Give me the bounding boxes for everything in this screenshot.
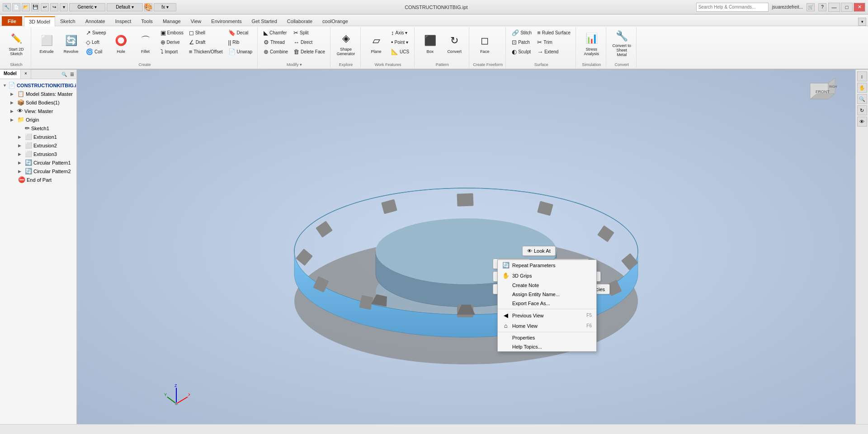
tab-manage[interactable]: Manage xyxy=(158,16,186,26)
combine-button[interactable]: ⊕Combine xyxy=(261,47,290,56)
cm-previous-view[interactable]: ◀ Previous View F5 xyxy=(498,310,596,321)
new-btn[interactable]: 📄 xyxy=(12,3,20,11)
stress-analysis-button[interactable]: 📊 StressAnalysis xyxy=(580,28,603,59)
fx-btn[interactable]: fx ▾ xyxy=(154,3,176,11)
extrude-button[interactable]: ⬜ Extrude xyxy=(35,28,58,59)
more-btn[interactable]: ▾ xyxy=(60,3,68,11)
save-btn[interactable]: 💾 xyxy=(31,3,39,11)
cm-repeat-params[interactable]: 🔄 Repeat Parameters xyxy=(498,260,596,270)
tree-item-sketch1[interactable]: ✏ Sketch1 xyxy=(1,124,75,132)
tab-collaborate[interactable]: Collaborate xyxy=(282,16,317,26)
patch-button[interactable]: ⊡Patch xyxy=(509,38,534,47)
delete-face-button[interactable]: 🗑Delete Face xyxy=(291,47,327,56)
thicken-button[interactable]: ≡Thicken/Offset xyxy=(187,47,225,56)
point-button[interactable]: •Point ▾ xyxy=(389,38,411,47)
viewport[interactable]: FRONT RIGHT X Y Z 👁 Look At 📏 Measure xyxy=(77,70,855,424)
tree-options-btn[interactable]: ☰ xyxy=(68,71,75,78)
tab-environments[interactable]: Environments xyxy=(206,16,246,26)
ruled-surface-button[interactable]: ≡Ruled Surface xyxy=(535,28,573,37)
axis-button[interactable]: ↕Axis ▾ xyxy=(389,28,411,37)
panel-tab-add[interactable]: × xyxy=(21,70,31,79)
search-input[interactable] xyxy=(696,3,769,12)
generic-dropdown[interactable]: Generic ▾ xyxy=(69,3,105,11)
revolve-button[interactable]: 🔄 Revolve xyxy=(59,28,83,59)
tab-get-started[interactable]: Get Started xyxy=(247,16,282,26)
start-2d-sketch-button[interactable]: ✏️ Start 2D Sketch xyxy=(5,28,28,59)
tab-tools[interactable]: Tools xyxy=(136,16,158,26)
tree-item-circular-pattern1[interactable]: ▶ 🔄 Circular Pattern1 xyxy=(1,158,75,167)
maximize-btn[interactable]: □ xyxy=(841,3,853,12)
shape-generator-button[interactable]: ◈ ShapeGenerator xyxy=(334,28,358,59)
viewcube[interactable]: FRONT RIGHT xyxy=(801,74,837,110)
unwrap-button[interactable]: 📄Unwrap xyxy=(226,47,255,56)
open-btn[interactable]: 📂 xyxy=(22,3,30,11)
decal-button[interactable]: 🔖Decal xyxy=(226,28,255,37)
rt-orbit-btn[interactable]: ↻ xyxy=(857,105,867,115)
redo-btn[interactable]: ↪ xyxy=(50,3,58,11)
hole-button[interactable]: ⭕ Hole xyxy=(109,28,133,59)
cm-properties[interactable]: Properties xyxy=(498,333,596,342)
rt-pan-btn[interactable]: ✋ xyxy=(857,83,867,93)
tab-annotate[interactable]: Annotate xyxy=(80,16,110,26)
rt-look-btn[interactable]: 👁 xyxy=(857,117,867,127)
emboss-button[interactable]: ▣Emboss xyxy=(158,28,186,37)
tree-item-extrusion1[interactable]: ▶ ⬜ Extrusion1 xyxy=(1,132,75,141)
cm-export-face[interactable]: Export Face As... xyxy=(498,299,596,308)
cm-create-note[interactable]: Create Note xyxy=(498,281,596,290)
rib-button[interactable]: ||Rib xyxy=(226,38,255,47)
import-button[interactable]: ⤵Import xyxy=(158,47,186,56)
tab-3dmodel[interactable]: 3D Model xyxy=(24,16,55,26)
ucs-button[interactable]: 📐UCS xyxy=(389,47,411,56)
coil-button[interactable]: 🌀Coil xyxy=(84,47,108,56)
tree-item-origin[interactable]: ▶ 📁 Origin xyxy=(1,115,75,124)
expand-icon[interactable]: ▾ xyxy=(858,18,866,26)
tree-item-extrusion3[interactable]: ▶ ⬜ Extrusion3 xyxy=(1,150,75,158)
extend-button[interactable]: →Extend xyxy=(535,47,573,56)
fillet-button[interactable]: ⌒ Fillet xyxy=(134,28,157,59)
convert-button[interactable]: ↻ Convert xyxy=(443,28,466,59)
look-at-button[interactable]: 👁 Look At xyxy=(522,246,556,256)
cart-icon[interactable]: 🛒 xyxy=(807,3,815,11)
shell-button[interactable]: ◻Shell xyxy=(187,28,225,37)
convert-sheet-metal-button[interactable]: 🔧 Convert toSheet Metal xyxy=(610,28,633,59)
cm-help-topics[interactable]: Help Topics... xyxy=(498,342,596,351)
cm-assign-entity[interactable]: Assign Entity Name... xyxy=(498,290,596,299)
tree-item-model-states[interactable]: ▶ 📋 Model States: Master xyxy=(1,90,75,98)
direct-button[interactable]: ↔Direct xyxy=(291,38,327,47)
draft-button[interactable]: ∠Draft xyxy=(187,38,225,47)
minimize-btn[interactable]: — xyxy=(828,3,840,12)
cm-home-view[interactable]: ⌂ Home View F6 xyxy=(498,321,596,331)
loft-button[interactable]: ◇Loft xyxy=(84,38,108,47)
help-icon[interactable]: ? xyxy=(818,3,826,11)
close-btn[interactable]: ✕ xyxy=(854,3,865,12)
plane-button[interactable]: ▱ Plane xyxy=(364,28,388,59)
tree-item-circular-pattern2[interactable]: ▶ 🔄 Circular Pattern2 xyxy=(1,167,75,175)
tree-item-extrusion2[interactable]: ▶ ⬜ Extrusion2 xyxy=(1,141,75,150)
tree-item-solid-bodies[interactable]: ▶ 📦 Solid Bodies(1) xyxy=(1,98,75,107)
tab-coolorange[interactable]: coolOrange xyxy=(317,16,353,26)
chamfer-button[interactable]: ◣Chamfer xyxy=(261,28,290,37)
default-dropdown[interactable]: Default ▾ xyxy=(107,3,143,11)
derive-button[interactable]: ⊕Derive xyxy=(158,38,186,47)
panel-tab-model[interactable]: Model xyxy=(0,70,21,79)
box-pattern-button[interactable]: ⬛ Box xyxy=(418,28,442,59)
tab-inspect[interactable]: Inspect xyxy=(110,16,136,26)
face-button[interactable]: ◻ Face xyxy=(473,28,496,59)
sweep-button[interactable]: ↗Sweep xyxy=(84,28,108,37)
trim-button[interactable]: ✂Trim xyxy=(535,38,573,47)
sculpt-button[interactable]: ◐Sculpt xyxy=(509,47,534,56)
search-tree-btn[interactable]: 🔍 xyxy=(61,71,68,78)
tab-sketch[interactable]: Sketch xyxy=(55,16,80,26)
undo-btn[interactable]: ↩ xyxy=(41,3,49,11)
tab-view[interactable]: View xyxy=(186,16,207,26)
stitch-button[interactable]: 🔗Stitch xyxy=(509,28,534,37)
rt-zoom-btn[interactable]: 🔍 xyxy=(857,94,867,104)
tab-file[interactable]: File xyxy=(2,16,22,26)
rt-resize-btn[interactable]: ↕ xyxy=(857,71,867,81)
tree-item-end-of-part[interactable]: ⛔ End of Part xyxy=(1,175,75,184)
split-button[interactable]: ✂Split xyxy=(291,28,327,37)
tree-item-view-master[interactable]: ▶ 👁 View: Master xyxy=(1,107,75,115)
thread-button[interactable]: ⚙Thread xyxy=(261,38,290,47)
tree-item-root[interactable]: ▼ 📄 CONSTRUCTIONKITBIG.ipt xyxy=(1,81,75,90)
cm-3d-grips[interactable]: ✋ 3D Grips xyxy=(498,270,596,281)
